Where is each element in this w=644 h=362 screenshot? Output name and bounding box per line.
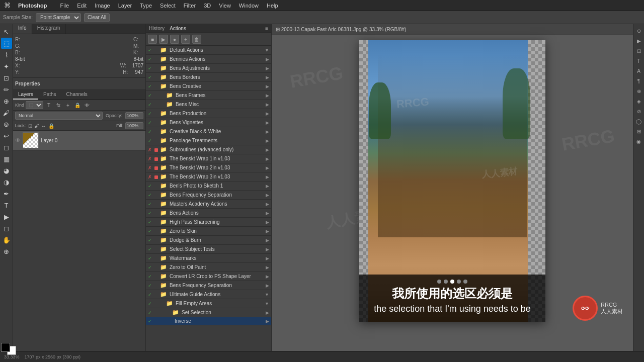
lock-all-icon[interactable]: 🔒	[48, 123, 54, 129]
action-row[interactable]: ✓ 📁 Watermarks ▶	[146, 254, 271, 263]
action-row[interactable]: ✗ 📁 The Benskt Wrap 3in v1.03 ▶	[146, 172, 271, 182]
action-row[interactable]: ✓ 📁 Bens Frequency Separation ▶	[146, 281, 271, 290]
menu-view[interactable]: View	[215, 2, 234, 10]
right-btn-3[interactable]: ⊡	[634, 46, 643, 55]
action-row[interactable]: ✓ 📁 Bens Frequency Separation ▶	[146, 191, 271, 200]
menu-layer[interactable]: Layer	[115, 2, 136, 10]
action-row[interactable]: ✓ 📁 Fill Empty Areas ▼	[146, 299, 271, 308]
action-row[interactable]: ✓ 📁 Set Selection ▶	[146, 308, 271, 317]
magic-wand-tool[interactable]: ✦	[1, 61, 12, 72]
eyedropper-tool[interactable]: ✏	[1, 84, 12, 95]
action-row[interactable]: ✓ 📁 Panoiage Treatments ▶	[146, 136, 271, 145]
layer-icon-t[interactable]: T	[45, 101, 53, 109]
action-row[interactable]: ✓ 📁 Creative Black & White ▶	[146, 127, 271, 136]
action-row[interactable]: ✓ 📁 High Pass Sharpening ▶	[146, 218, 271, 227]
action-row[interactable]: ✓ 📁 Bens Misc ▶	[146, 100, 271, 109]
menu-3d[interactable]: 3D	[200, 2, 214, 10]
pen-tool[interactable]: ✒	[1, 188, 12, 199]
right-btn-12[interactable]: ◉	[634, 137, 643, 146]
tab-layers[interactable]: Layers	[13, 90, 38, 100]
crop-tool[interactable]: ⊡	[1, 72, 12, 83]
layer-icon-fx[interactable]: fx	[54, 101, 62, 109]
action-row[interactable]: ✓ 📁 Bens Vignettes ▶	[146, 118, 271, 127]
right-btn-6[interactable]: ¶	[634, 76, 643, 85]
app-name[interactable]: Photoshop	[15, 2, 50, 10]
gradient-tool[interactable]: ▦	[1, 153, 12, 164]
right-btn-8[interactable]: ◈	[634, 97, 643, 106]
action-row[interactable]: ✓ 📁 Bens Actions ▶	[146, 209, 271, 218]
stop-button[interactable]: ■	[148, 35, 157, 44]
brush-tool[interactable]: 🖌	[1, 107, 12, 118]
kind-select[interactable]: ⬚	[26, 101, 43, 109]
menu-filter[interactable]: Filter	[180, 2, 199, 10]
action-row[interactable]: ✓ 📁 Bens Frames ▶	[146, 91, 271, 100]
type-tool[interactable]: T	[1, 200, 12, 211]
action-row[interactable]: ✓ 📁 Ultimate Guide Actions ▼	[146, 290, 271, 299]
right-btn-10[interactable]: ◯	[634, 117, 643, 126]
layer-visibility-icon[interactable]: 👁	[15, 137, 21, 143]
right-btn-2[interactable]: ▶	[634, 36, 643, 45]
play-button[interactable]: ▶	[159, 35, 168, 44]
action-row[interactable]: ✓ 📁 Bens Production ▶	[146, 109, 271, 118]
action-row[interactable]: ✓ 📁 Bens Adjustments ▶	[146, 64, 271, 73]
shape-tool[interactable]: ◻	[1, 223, 12, 234]
layer-item[interactable]: 👁 Layer 0	[13, 131, 145, 150]
move-tool[interactable]: ↖	[1, 26, 12, 37]
tab-history[interactable]: History	[149, 26, 165, 31]
action-row[interactable]: ✓ 📁 Bennies Actions ▶	[146, 55, 271, 64]
menu-select[interactable]: Select	[156, 2, 179, 10]
right-btn-9[interactable]: ⊘	[634, 107, 643, 116]
zoom-tool[interactable]: ⊕	[1, 246, 12, 257]
heal-tool[interactable]: ⊕	[1, 96, 12, 107]
opacity-input[interactable]	[125, 112, 143, 119]
action-row[interactable]: ✓ 📁 Select Subject Tests ▶	[146, 245, 271, 254]
lock-position-icon[interactable]: ↔	[41, 123, 46, 129]
sample-size-select[interactable]: Point Sample	[36, 13, 81, 22]
action-row[interactable]: ✓ 📁 Zero to Skin ▶	[146, 227, 271, 236]
tab-actions[interactable]: Actions	[170, 26, 186, 31]
record-button[interactable]: ●	[170, 35, 179, 44]
fill-input[interactable]	[125, 122, 143, 129]
path-selection-tool[interactable]: ▶	[1, 211, 12, 222]
canvas-viewport[interactable]: RRCG RRCG 人人素材 RRCG	[272, 35, 633, 351]
hand-tool[interactable]: ✋	[1, 234, 12, 245]
layer-icon-add[interactable]: +	[64, 101, 72, 109]
action-row[interactable]: ✓ 📁 Ben's Photo to Sketch 1 ▶	[146, 182, 271, 191]
history-brush-tool[interactable]: ↩	[1, 130, 12, 141]
tab-channels[interactable]: Channels	[61, 90, 93, 100]
right-btn-5[interactable]: A	[634, 66, 643, 75]
foreground-color[interactable]	[1, 343, 10, 351]
actions-menu-icon[interactable]: ≡	[265, 26, 268, 31]
action-row[interactable]: ✓ 📁 Convert LR Crop to PS Shape Layer ▶	[146, 272, 271, 281]
action-row[interactable]: ✓ 📁 Zero to Oil Paint ▶	[146, 263, 271, 272]
menu-help[interactable]: Help	[263, 2, 282, 10]
right-btn-4[interactable]: T	[634, 56, 643, 65]
clone-tool[interactable]: ⊚	[1, 119, 12, 130]
right-btn-11[interactable]: ⊞	[634, 127, 643, 136]
menu-window[interactable]: Window	[235, 2, 262, 10]
action-row[interactable]: ✓ 📁 Default Actions ▼	[146, 46, 271, 55]
action-row[interactable]: ✗ 📁 The Benskt Wrap 1in v1.03 ▶	[146, 154, 271, 163]
menu-file[interactable]: File	[56, 2, 72, 10]
action-row[interactable]: ✓ 📁 Bens Borders ▶	[146, 73, 271, 82]
action-row[interactable]: ✓ 📁 Dodge & Burn ▶	[146, 236, 271, 245]
right-btn-7[interactable]: ⊕	[634, 86, 643, 96]
action-row[interactable]: ✗ 📁 Subroutines (advanced only) ▶	[146, 145, 271, 154]
right-btn-1[interactable]: ⊙	[634, 26, 643, 35]
clear-all-button[interactable]: Clear All	[84, 13, 110, 22]
action-row[interactable]: ✓ 📁 Masters Academy Actions ▶	[146, 200, 271, 209]
blur-tool[interactable]: ◕	[1, 165, 12, 176]
layer-icon-eye[interactable]: 👁	[83, 101, 91, 109]
delete-action-button[interactable]: 🗑	[192, 35, 201, 44]
lasso-tool[interactable]: ⌇	[1, 49, 12, 60]
action-row[interactable]: ✗ 📁 The Benskt Wrap 2in v1.03 ▶	[146, 163, 271, 172]
lock-image-icon[interactable]: 🖌	[34, 123, 39, 129]
action-row[interactable]: ✓ 📁 Bens Creative ▶	[146, 82, 271, 91]
menu-edit[interactable]: Edit	[73, 2, 90, 10]
lock-transparent-icon[interactable]: ⊡	[28, 123, 32, 129]
tab-paths[interactable]: Paths	[38, 90, 61, 100]
tab-histogram[interactable]: Histogram	[32, 24, 66, 34]
blend-mode-select[interactable]: Normal	[15, 112, 103, 120]
action-row[interactable]: ✓ Inverse ▶	[146, 317, 271, 325]
layer-icon-lock[interactable]: 🔒	[73, 101, 82, 109]
